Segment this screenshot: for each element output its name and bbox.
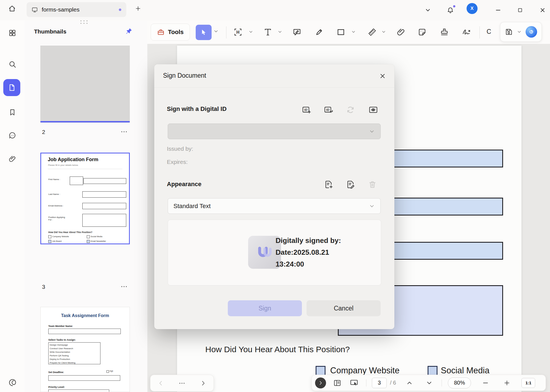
- heading-tool-chevron[interactable]: [248, 29, 253, 34]
- stamp-tool-button[interactable]: [440, 27, 449, 37]
- ai-assistant-button[interactable]: [526, 26, 537, 38]
- view-certificate-icon[interactable]: [368, 105, 378, 115]
- shape-tool-button[interactable]: [336, 27, 346, 37]
- delete-appearance-icon[interactable]: [367, 180, 377, 189]
- home-button[interactable]: [6, 2, 18, 15]
- document-question: How Did You Hear About This Position?: [205, 345, 350, 354]
- presentation-mode-icon[interactable]: [350, 379, 358, 387]
- signature-tool-button[interactable]: [461, 27, 472, 37]
- bookmarks-icon[interactable]: [7, 107, 18, 117]
- thumb4-task: Write Documentation: [50, 350, 99, 354]
- checkbox-company-website[interactable]: [316, 366, 325, 376]
- thumb4-input: [48, 375, 120, 381]
- select-tool-chevron[interactable]: [213, 29, 219, 34]
- thumbnails-panel-button[interactable]: [3, 79, 20, 96]
- appearance-dropdown[interactable]: Standard Text: [168, 198, 381, 214]
- page-3-label: 3: [42, 284, 45, 290]
- cancel-button[interactable]: Cancel: [307, 300, 381, 316]
- thumbnail-page-2[interactable]: [40, 46, 130, 123]
- status-bar: 3 / 6 80% 1:1: [312, 375, 546, 391]
- document-tab[interactable]: forms-samples: [27, 2, 126, 17]
- tab-list-button[interactable]: [422, 4, 434, 16]
- thumb4-tasks-list: Design Homepage Conduct User Research Wr…: [48, 342, 100, 364]
- search-icon[interactable]: [7, 59, 18, 69]
- maximize-button[interactable]: [514, 4, 526, 16]
- add-digital-id-icon[interactable]: [302, 105, 312, 115]
- thumb3-checkbox-label: Social Media: [91, 235, 102, 238]
- checkbox-social-media[interactable]: [428, 366, 437, 376]
- thumb3-checkbox: [48, 235, 51, 238]
- page-number-input[interactable]: 3: [372, 378, 387, 388]
- minimize-button[interactable]: [492, 4, 504, 16]
- save-chevron[interactable]: [517, 29, 522, 34]
- comment-tool-button[interactable]: [292, 27, 302, 37]
- avatar[interactable]: X: [467, 3, 478, 14]
- measure-tool-button[interactable]: [367, 27, 377, 37]
- thumbnail-page-2-selection-bar: [40, 121, 130, 122]
- tools-button[interactable]: Tools: [151, 24, 190, 41]
- close-window-button[interactable]: [537, 4, 549, 16]
- create-appearance-icon[interactable]: [324, 180, 333, 189]
- thumb3-field-label: Position Applying For :: [48, 216, 68, 221]
- zoom-level-input[interactable]: 80%: [448, 377, 471, 388]
- thumb3-checkbox: [87, 235, 90, 238]
- select-tool-button[interactable]: [196, 25, 212, 40]
- thumb3-field-label: First Name :: [48, 178, 60, 181]
- thumb4-task: Design Homepage: [50, 343, 99, 347]
- new-tab-button[interactable]: [132, 2, 144, 15]
- preview-line: 13:24:00: [276, 258, 341, 270]
- highlighter-tool-button[interactable]: [315, 27, 324, 37]
- thumb3-checkbox: [87, 240, 90, 243]
- page-2-label: 2: [42, 129, 45, 135]
- shape-tool-chevron[interactable]: [351, 29, 356, 34]
- thumbnail-page-4[interactable]: Task Assignment Form Team Member Name: S…: [40, 307, 130, 392]
- page-up-button[interactable]: [406, 379, 413, 387]
- thumb3-field-box: [82, 214, 126, 227]
- attachments-icon[interactable]: [7, 154, 18, 164]
- pin-panel-icon[interactable]: [125, 27, 133, 35]
- page-2-more-button[interactable]: [120, 128, 128, 136]
- text-tool-button[interactable]: [263, 27, 273, 37]
- apps-grid-icon[interactable]: [7, 28, 18, 38]
- heading-tool-button[interactable]: [233, 27, 243, 37]
- save-button[interactable]: [505, 28, 513, 36]
- measure-tool-chevron[interactable]: [381, 29, 386, 34]
- dialog-close-icon[interactable]: [378, 71, 387, 81]
- next-page-button[interactable]: [200, 380, 206, 387]
- edit-appearance-icon[interactable]: [346, 180, 355, 189]
- import-digital-id-icon[interactable]: [324, 105, 333, 115]
- sign-button[interactable]: Sign: [228, 300, 302, 316]
- zoom-in-button[interactable]: [503, 379, 510, 387]
- unsaved-indicator-dot: [119, 9, 121, 11]
- page-total-label: / 6: [390, 380, 396, 386]
- thumb3-checkbox-label: Company Website: [52, 235, 69, 238]
- thumb3-field-box: [82, 191, 126, 198]
- sticker-tool-button[interactable]: [417, 27, 427, 37]
- thumb4-input: [48, 390, 109, 392]
- thumb3-field-label: Last Name :: [48, 193, 60, 195]
- comments-icon[interactable]: [7, 130, 18, 141]
- previous-page-button[interactable]: [158, 380, 164, 387]
- divider: [154, 87, 394, 88]
- notifications-button[interactable]: [444, 4, 456, 16]
- divider: [479, 26, 480, 38]
- digital-id-dropdown[interactable]: [168, 124, 381, 139]
- thumbnail-page-3[interactable]: Job Application Form Please fill in your…: [40, 153, 130, 244]
- page-down-button[interactable]: [426, 379, 433, 387]
- thumb3-checkbox: [48, 240, 51, 243]
- page-3-more-button[interactable]: [120, 283, 128, 290]
- tab-monitor-icon: [32, 7, 38, 13]
- panel-drag-handle[interactable]: [80, 20, 88, 24]
- actual-size-button[interactable]: 1:1: [521, 378, 535, 388]
- text-tool-chevron[interactable]: [277, 29, 282, 34]
- thumb4-task: Prepare for Client Meeting: [50, 361, 99, 365]
- thumb3-field-label: Email Address :: [48, 205, 64, 207]
- attach-tool-button[interactable]: [396, 27, 406, 37]
- zoom-out-button[interactable]: [482, 379, 489, 387]
- page-layout-icon[interactable]: [333, 379, 341, 387]
- thumb3-checkbox-label: Job Board: [52, 240, 61, 242]
- refresh-ids-icon[interactable]: [346, 105, 355, 115]
- sign-document-dialog: Sign Document Sign with a Digital ID Iss…: [154, 64, 394, 329]
- expand-bar-button[interactable]: [315, 377, 326, 388]
- more-pages-button[interactable]: [178, 380, 186, 387]
